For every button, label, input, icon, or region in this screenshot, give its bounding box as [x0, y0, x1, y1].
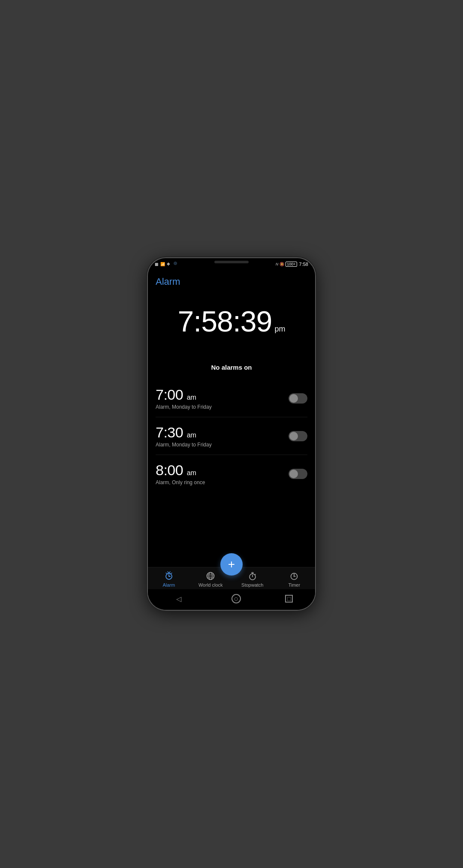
alarm-suffix: am — [187, 394, 196, 401]
app-header: Alarm — [148, 270, 315, 287]
usb-icon: ✥ — [167, 262, 170, 266]
world-clock-nav-icon — [205, 571, 216, 581]
stopwatch-nav-icon — [247, 571, 258, 581]
current-time: 7:58:39 — [178, 304, 272, 338]
tab-world-clock[interactable]: World clock — [195, 571, 226, 588]
camera-dot — [174, 262, 177, 265]
tab-timer-label: Timer — [288, 582, 300, 588]
svg-point-18 — [294, 576, 295, 577]
sim-icon: ▩ — [155, 262, 159, 266]
mute-icon: 🔕 — [280, 262, 284, 266]
tab-world-clock-label: World clock — [198, 582, 223, 588]
recents-button[interactable]: □ — [285, 595, 293, 603]
plus-icon: + — [228, 558, 235, 570]
status-icons-left: ▩ 📶 ✥ — [155, 262, 170, 266]
wifi-icon: 📶 — [160, 262, 165, 266]
battery-icon: 100+ — [286, 262, 297, 267]
phone-frame: ▩ 📶 ✥ N 🔕 100+ 7:58 Alarm 7:58:39 pm No … — [148, 258, 315, 610]
alarm-suffix: am — [187, 431, 196, 439]
alarm-label: Alarm, Only ring once — [156, 479, 205, 485]
home-button[interactable]: ○ — [232, 594, 241, 603]
tab-stopwatch[interactable]: Stopwatch — [237, 571, 268, 588]
status-time: 7:58 — [299, 262, 308, 267]
status-bar: ▩ 📶 ✥ N 🔕 100+ 7:58 — [148, 258, 315, 270]
nfc-icon: N — [276, 262, 279, 266]
back-button[interactable]: ◁ — [170, 594, 187, 604]
alarm-info: 7:00 am Alarm, Monday to Friday — [156, 386, 212, 410]
alarm-item[interactable]: 7:00 am Alarm, Monday to Friday — [156, 380, 307, 417]
no-alarms-message: No alarms on — [148, 351, 315, 380]
add-alarm-button[interactable]: + — [220, 553, 243, 576]
alarm-suffix: am — [187, 469, 196, 476]
svg-line-4 — [171, 573, 172, 574]
system-nav: ◁ ○ □ — [148, 589, 315, 610]
app-screen: Alarm 7:58:39 pm No alarms on 7:00 am Al… — [148, 270, 315, 610]
svg-line-3 — [166, 573, 167, 574]
alarm-toggle[interactable] — [289, 431, 307, 441]
alarm-item[interactable]: 8:00 am Alarm, Only ring once — [156, 455, 307, 492]
tab-alarm[interactable]: Alarm — [153, 571, 184, 588]
alarm-info: 8:00 am Alarm, Only ring once — [156, 462, 205, 485]
svg-line-6 — [169, 572, 170, 573]
alarm-time-display: 7:00 am — [156, 386, 212, 403]
svg-line-16 — [255, 574, 256, 575]
alarm-info: 7:30 am Alarm, Monday to Friday — [156, 424, 212, 448]
alarm-list: 7:00 am Alarm, Monday to Friday 7:30 am … — [148, 380, 315, 567]
alarm-item[interactable]: 7:30 am Alarm, Monday to Friday — [156, 417, 307, 455]
alarm-label: Alarm, Monday to Friday — [156, 404, 212, 410]
tab-timer[interactable]: Timer — [279, 571, 310, 588]
alarm-time: 7:30 — [156, 424, 183, 440]
status-icons-right: N 🔕 100+ 7:58 — [276, 262, 308, 267]
timer-nav-icon — [289, 571, 299, 581]
alarm-time-display: 8:00 am — [156, 462, 205, 479]
tab-alarm-label: Alarm — [162, 582, 175, 588]
alarm-toggle[interactable] — [289, 469, 307, 479]
clock-ampm: pm — [274, 325, 285, 334]
alarm-label: Alarm, Monday to Friday — [156, 442, 212, 448]
tab-stopwatch-label: Stopwatch — [241, 582, 263, 588]
alarm-time: 8:00 — [156, 462, 183, 478]
alarm-time: 7:00 — [156, 386, 183, 403]
alarm-nav-icon — [164, 571, 174, 581]
clock-display: 7:58:39 pm — [148, 287, 315, 351]
alarm-toggle[interactable] — [289, 393, 307, 404]
alarm-time-display: 7:30 am — [156, 424, 212, 441]
page-title: Alarm — [156, 276, 307, 287]
